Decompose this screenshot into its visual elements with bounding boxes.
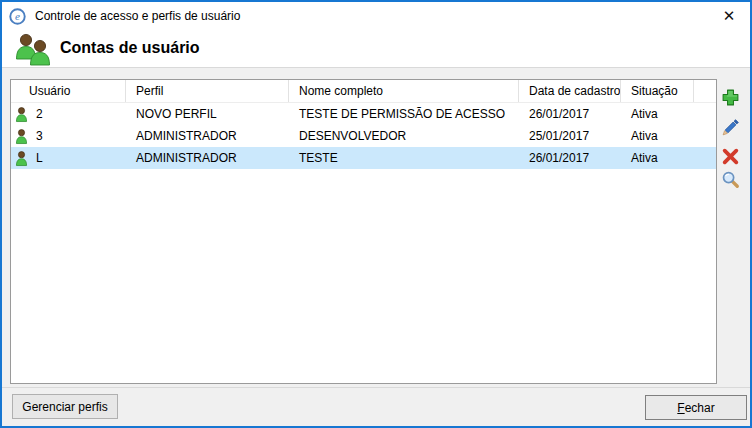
add-icon[interactable]	[721, 88, 740, 107]
user-accounts-table: Usuário Perfil Nome completo Data de cad…	[10, 79, 717, 384]
column-header-perfil[interactable]: Perfil	[126, 80, 289, 102]
app-logo-icon: e	[9, 8, 26, 25]
cell-perfil: ADMINISTRADOR	[126, 151, 289, 165]
cell-situacao: Ativa	[621, 129, 694, 143]
cell-usuario: 2	[36, 107, 43, 121]
cell-situacao: Ativa	[621, 151, 694, 165]
table-row[interactable]: 2 NOVO PERFIL TESTE DE PERMISSÃO DE ACES…	[11, 103, 716, 125]
cell-data: 26/01/2017	[519, 107, 621, 121]
users-icon	[12, 33, 55, 67]
cell-data: 25/01/2017	[519, 129, 621, 143]
column-header-filler	[694, 80, 716, 102]
edit-icon[interactable]	[721, 118, 740, 137]
cell-nome: TESTE DE PERMISSÃO DE ACESSO	[289, 107, 519, 121]
cell-nome: TESTE	[289, 151, 519, 165]
table-header-row: Usuário Perfil Nome completo Data de cad…	[11, 80, 716, 103]
cell-data: 26/01/2017	[519, 151, 621, 165]
close-icon[interactable]: ✕	[708, 2, 750, 30]
cell-nome: DESENVOLVEDOR	[289, 129, 519, 143]
window-title: Controle de acesso e perfis de usuário	[35, 9, 240, 23]
manage-profiles-button[interactable]: Gerenciar perfis	[12, 394, 118, 419]
cell-perfil: ADMINISTRADOR	[126, 129, 289, 143]
column-header-data[interactable]: Data de cadastro	[519, 80, 621, 102]
table-row-selected[interactable]: L ADMINISTRADOR TESTE 26/01/2017 Ativa	[11, 147, 716, 169]
user-icon	[14, 106, 29, 123]
bottom-divider	[2, 387, 750, 388]
column-header-usuario[interactable]: Usuário	[11, 80, 126, 102]
dialog-window: e Controle de acesso e perfis de usuário…	[0, 0, 752, 428]
page-header: Contas de usuário	[2, 30, 750, 68]
title-bar: e Controle de acesso e perfis de usuário…	[2, 2, 750, 30]
delete-icon[interactable]	[721, 147, 740, 166]
cell-perfil: NOVO PERFIL	[126, 107, 289, 121]
column-header-nome[interactable]: Nome completo	[289, 80, 519, 102]
cell-usuario: L	[36, 151, 43, 165]
user-icon	[14, 150, 29, 167]
cell-situacao: Ativa	[621, 107, 694, 121]
close-dialog-button[interactable]: Fechar	[645, 395, 747, 420]
table-row[interactable]: 3 ADMINISTRADOR DESENVOLVEDOR 25/01/2017…	[11, 125, 716, 147]
page-title: Contas de usuário	[60, 39, 200, 57]
cell-usuario: 3	[36, 129, 43, 143]
svg-text:e: e	[15, 10, 20, 22]
search-icon[interactable]	[721, 170, 740, 189]
column-header-situacao[interactable]: Situação	[621, 80, 694, 102]
user-icon	[14, 128, 29, 145]
